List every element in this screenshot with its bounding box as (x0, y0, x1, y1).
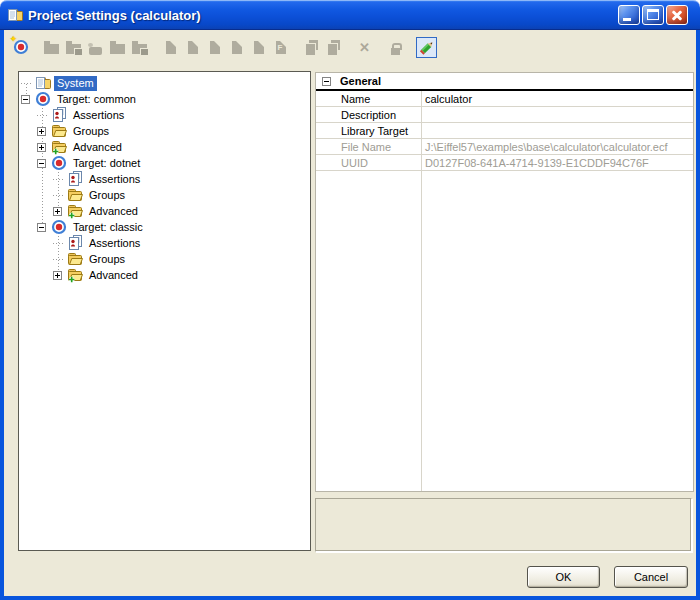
documents-pair-button-1 (301, 37, 322, 58)
tree-item-label: Advanced (86, 204, 141, 219)
tree-item-label: Groups (70, 124, 112, 139)
lock-button (385, 37, 406, 58)
tree-item-advanced[interactable]: Advanced (19, 267, 310, 283)
collapse-icon[interactable] (37, 159, 46, 168)
tree-item-label: Target: classic (70, 220, 146, 235)
tree-item-groups[interactable]: Groups (19, 251, 310, 267)
tree-item-label: Assertions (86, 172, 143, 187)
folder-plus-icon (51, 139, 67, 155)
caption-buttons (616, 5, 688, 25)
section-title: General (340, 75, 381, 87)
new-target-icon: ✦ (13, 39, 29, 55)
folder-plus-icon (67, 203, 83, 219)
tree-item-target-classic[interactable]: Target: classic (19, 219, 310, 235)
folder-badge-button-2 (129, 37, 150, 58)
targets-tree[interactable]: SystemTarget: commonAssertionsGroupsAdva… (18, 71, 311, 551)
arrow-button (85, 37, 106, 58)
section-header-general[interactable]: General (316, 73, 693, 91)
close-button[interactable] (666, 5, 688, 25)
property-row-library-target: Library Target (316, 123, 693, 139)
ok-button[interactable]: OK (527, 566, 600, 588)
property-grid[interactable]: General NamecalculatorDescriptionLibrary… (315, 72, 694, 492)
folder-badge-icon (66, 44, 81, 54)
tree-item-groups[interactable]: Groups (19, 123, 310, 139)
tree-connector (37, 115, 49, 116)
property-label: Library Target (316, 125, 421, 137)
titlebar[interactable]: Project Settings (calculator) (0, 0, 700, 30)
document-button-2 (182, 37, 203, 58)
document-f-icon: F (276, 41, 286, 54)
collapse-icon[interactable] (21, 95, 30, 104)
collapse-icon[interactable] (37, 223, 46, 232)
folder-button-2 (107, 37, 128, 58)
edit-pencil-button[interactable] (416, 37, 437, 58)
property-label: Description (316, 109, 421, 121)
tree-item-label: System (54, 76, 97, 91)
collapse-icon[interactable] (322, 77, 331, 86)
property-row-description: Description (316, 107, 693, 123)
minimize-icon (623, 18, 631, 21)
folder-icon (51, 123, 67, 139)
expand-icon[interactable] (37, 127, 46, 136)
target-icon (35, 91, 51, 107)
property-label: Name (316, 93, 421, 105)
document-button-4 (226, 37, 247, 58)
folder-badge-button-1 (63, 37, 84, 58)
window-icon (7, 7, 23, 23)
tree-item-label: Target: common (54, 92, 139, 107)
new-target-button[interactable]: ✦ (10, 37, 31, 58)
tree-item-label: Advanced (86, 268, 141, 283)
maximize-button[interactable] (642, 5, 664, 25)
target-icon (51, 219, 67, 235)
folder-icon (67, 251, 83, 267)
tree-item-system[interactable]: System (19, 75, 310, 91)
minimize-button[interactable] (618, 5, 640, 25)
document-icon (232, 41, 242, 54)
folder-plus-icon (67, 267, 83, 283)
delete-button: ✕ (354, 37, 375, 58)
property-value: D0127F08-641A-4714-9139-E1CDDF94C76F (421, 157, 693, 169)
arrow-icon (89, 47, 102, 55)
expand-icon[interactable] (53, 207, 62, 216)
dialog-body: ✦F✕ SystemTarget: commonAssertionsGroups… (4, 30, 696, 596)
window-frame: ✦F✕ SystemTarget: commonAssertionsGroups… (0, 30, 700, 600)
tree-item-target-dotnet[interactable]: Target: dotnet (19, 155, 310, 171)
cancel-button[interactable]: Cancel (614, 566, 688, 588)
pencil-icon (419, 39, 435, 55)
tree-connector (53, 195, 65, 196)
document-icon (254, 41, 264, 54)
tree-connector (53, 179, 65, 180)
tree-item-label: Advanced (70, 140, 125, 155)
tree-item-assertions[interactable]: Assertions (19, 235, 310, 251)
tree-item-target-common[interactable]: Target: common (19, 91, 310, 107)
folder-icon (44, 44, 59, 54)
tree-item-label: Groups (86, 188, 128, 203)
property-value[interactable]: calculator (421, 93, 693, 105)
tree-connector (53, 259, 65, 260)
tree-connector (21, 83, 33, 84)
tree-item-advanced[interactable]: Advanced (19, 203, 310, 219)
property-row-name: Namecalculator (316, 91, 693, 107)
assertions-icon (67, 171, 83, 187)
expand-icon[interactable] (53, 271, 62, 280)
property-row-file-name: File NameJ:\Eiffel57\examples\base\calcu… (316, 139, 693, 155)
tree-item-label: Target: dotnet (70, 156, 143, 171)
document-f-button: F (270, 37, 291, 58)
maximize-icon (647, 9, 659, 20)
tree-item-advanced[interactable]: Advanced (19, 139, 310, 155)
expand-icon[interactable] (37, 143, 46, 152)
tree-item-assertions[interactable]: Assertions (19, 107, 310, 123)
tree-item-groups[interactable]: Groups (19, 187, 310, 203)
property-value: J:\Eiffel57\examples\base\calculator\cal… (421, 141, 693, 153)
documents-pair-button-2 (323, 37, 344, 58)
folder-badge-icon (132, 44, 147, 54)
document-icon (188, 41, 198, 54)
document-button-5 (248, 37, 269, 58)
system-icon (35, 75, 51, 91)
description-box (315, 498, 692, 552)
tree-item-assertions[interactable]: Assertions (19, 171, 310, 187)
documents-icon (305, 40, 319, 54)
assertions-icon (51, 107, 67, 123)
project-settings-dialog: Project Settings (calculator) ✦F✕ System… (0, 0, 700, 600)
lock-icon (391, 48, 400, 55)
